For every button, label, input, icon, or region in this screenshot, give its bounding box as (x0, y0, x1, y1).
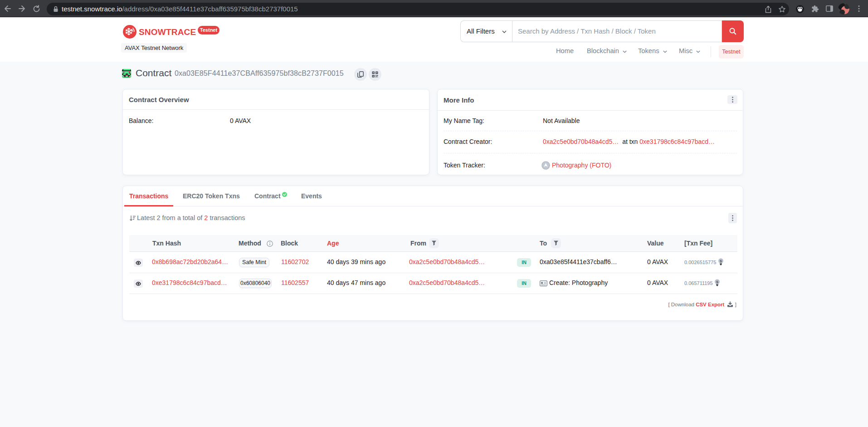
svg-text:$: $ (716, 280, 718, 284)
svg-text:$: $ (720, 259, 722, 263)
